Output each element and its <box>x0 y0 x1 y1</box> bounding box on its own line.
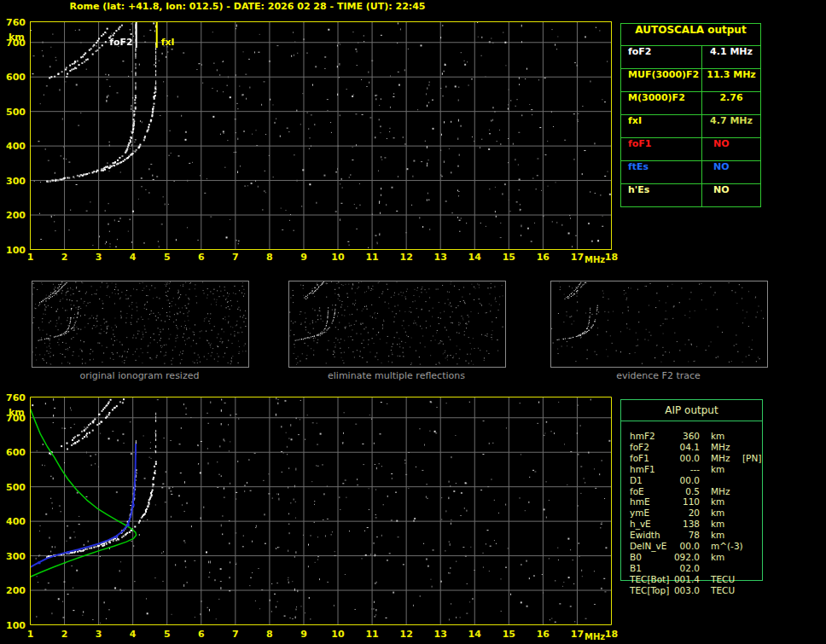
x-tick-top-3: 3 <box>96 252 102 263</box>
x-tick-top-14: 14 <box>468 252 481 263</box>
autoscala-param-label: M(3000)F2 <box>621 92 702 114</box>
x-tick-top-1: 1 <box>27 252 34 263</box>
aip-param-unit: km <box>711 530 724 540</box>
y-tick-bottom-760: 760 <box>3 392 26 403</box>
aip-output-table: AIP output hmF2360kmfoF204.1MHzfoF100.0M… <box>620 399 763 581</box>
aip-param-label: foF1 <box>630 453 649 463</box>
autoscala-param-label: foF1 <box>621 138 702 160</box>
aip-param-value: 110 <box>664 496 700 507</box>
station-date-title: Rome (lat: +41.8, lon: 012.5) - DATE: 20… <box>0 1 495 12</box>
x-tick-bottom-9: 9 <box>300 629 307 640</box>
autoscala-row-hes: h'EsNO <box>621 184 760 206</box>
autoscala-param-label: foF2 <box>621 46 702 68</box>
aip-param-value: 092.0 <box>664 552 700 562</box>
aip-row-yme: ymE20km <box>621 508 762 519</box>
aip-param-unit: km <box>711 552 724 562</box>
y-tick-bottom-500: 500 <box>3 482 26 493</box>
aip-param-label: B1 <box>630 563 642 573</box>
autoscala-row-fof1: foF1NO <box>621 138 760 161</box>
x-tick-top-12: 12 <box>399 252 412 263</box>
x-tick-top-13: 13 <box>434 252 447 263</box>
aip-row-hmf2: hmF2360km <box>621 431 762 442</box>
aip-param-unit: km <box>711 508 724 518</box>
aip-param-unit: km <box>711 519 724 529</box>
aip-param-unit: MHz <box>711 486 730 496</box>
aip-param-value: 02.0 <box>664 563 700 573</box>
autoscala-param-label: ftEs <box>621 161 702 183</box>
aip-row-hme: hmE110km <box>621 496 762 508</box>
aip-param-flag: [PN] <box>742 453 761 463</box>
y-tick-top-400: 400 <box>3 141 26 152</box>
x-tick-bottom-18: 18 <box>605 629 618 640</box>
x-tick-top-5: 5 <box>164 252 171 263</box>
x-tick-top-16: 16 <box>537 252 550 263</box>
aip-param-value: 0.5 <box>664 486 700 496</box>
aip-param-label: ymE <box>630 508 649 518</box>
bottom-ionogram-profile-canvas <box>30 397 612 625</box>
autoscala-row-ftes: ftEsNO <box>621 161 760 184</box>
autoscala-row-m3000f2: M(3000)F22.76 <box>621 92 760 115</box>
aip-param-label: B0 <box>630 552 642 562</box>
y-tick-bottom-300: 300 <box>3 551 26 562</box>
x-tick-bottom-17: 17 <box>571 629 584 640</box>
aip-param-value: 00.0 <box>664 453 700 463</box>
aip-param-unit: MHz <box>711 442 730 452</box>
x-tick-bottom-3: 3 <box>96 629 102 640</box>
x-tick-bottom-7: 7 <box>232 629 239 640</box>
autoscala-row-muf3000f2: MUF(3000)F211.3 MHz <box>621 69 760 92</box>
x-axis-unit-bottom: MHz <box>585 632 605 641</box>
x-tick-bottom-1: 1 <box>27 629 34 640</box>
autoscala-table-header: AUTOSCALA output <box>621 24 760 46</box>
x-tick-top-17: 17 <box>571 252 584 263</box>
aip-param-value: 20 <box>664 508 700 518</box>
aip-param-value: 001.4 <box>664 574 700 584</box>
aip-row-tecbot: TEC[Bot]001.4TECU <box>621 574 762 585</box>
y-tick-top-500: 500 <box>3 107 26 118</box>
aip-row-fof2: foF204.1MHz <box>621 442 762 453</box>
y-tick-bottom-400: 400 <box>3 516 26 527</box>
y-axis-unit-top: km <box>9 32 25 43</box>
aip-row-foe: foE0.5MHz <box>621 486 762 497</box>
thumbnail-multiple-reflections <box>288 281 506 368</box>
y-tick-top-200: 200 <box>3 210 26 221</box>
aip-param-label: hmF2 <box>630 431 655 441</box>
autoscala-param-value: 11.3 MHz <box>702 69 760 91</box>
aip-param-label: foE <box>630 486 644 496</box>
x-tick-bottom-10: 10 <box>331 629 344 640</box>
y-tick-top-300: 300 <box>3 176 26 187</box>
x-tick-top-4: 4 <box>130 252 137 263</box>
autoscala-param-label: fxI <box>621 115 702 137</box>
aip-row-tectop: TEC[Top]003.0TECU <box>621 585 762 596</box>
thumbnail-caption-original: original ionogram resized <box>32 370 247 381</box>
x-tick-top-9: 9 <box>300 252 307 263</box>
aip-param-value: 00.0 <box>664 475 700 485</box>
aip-param-unit: km <box>711 496 724 507</box>
aip-param-value: 00.0 <box>664 541 700 551</box>
x-tick-top-10: 10 <box>331 252 344 263</box>
top-ionogram-canvas <box>30 21 612 250</box>
aip-param-label: Ewidth <box>630 530 660 540</box>
autoscala-output-table: AUTOSCALA output foF24.1 MHzMUF(3000)F21… <box>620 23 761 207</box>
autoscala-param-value: NO <box>702 161 760 183</box>
autoscala-row-fof2: foF24.1 MHz <box>621 46 760 69</box>
aip-row-hve: h_vE138km <box>621 519 762 530</box>
aip-table-header: AIP output <box>621 400 762 421</box>
aip-row-d1: D100.0 <box>621 475 762 486</box>
x-tick-bottom-16: 16 <box>537 629 550 640</box>
x-tick-top-11: 11 <box>365 252 378 263</box>
y-tick-bottom-600: 600 <box>3 447 26 458</box>
x-tick-bottom-6: 6 <box>198 629 205 640</box>
x-tick-bottom-8: 8 <box>266 629 273 640</box>
x-tick-top-18: 18 <box>605 252 618 263</box>
y-tick-top-760: 760 <box>3 17 26 28</box>
x-tick-bottom-2: 2 <box>61 629 68 640</box>
aip-param-unit: km <box>711 464 724 474</box>
y-tick-top-600: 600 <box>3 72 26 83</box>
aip-param-label: hmE <box>630 496 650 507</box>
autoscala-param-value: 4.1 MHz <box>702 46 760 68</box>
aip-row-hmf1: hmF1---km <box>621 464 762 475</box>
y-tick-top-100: 100 <box>3 245 26 256</box>
aip-param-value: 138 <box>664 519 700 529</box>
autoscala-param-value: NO <box>702 138 760 160</box>
autoscala-param-value: NO <box>702 184 760 206</box>
